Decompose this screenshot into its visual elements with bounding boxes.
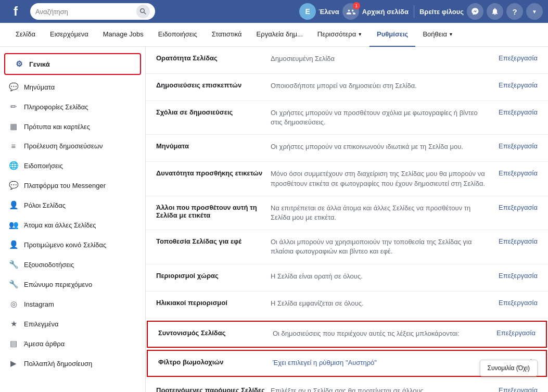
notifications-icon-btn[interactable] (487, 3, 503, 20)
sidebar-item-instagram[interactable]: ◎ Instagram (0, 294, 145, 314)
row-label: Τοποθεσία Σελίδας για εφέ (156, 237, 271, 245)
page-navigation: Σελίδα Εισερχόμενα Manage Jobs Ειδοποιήσ… (0, 23, 548, 47)
avatar: Ε (299, 3, 316, 20)
page-nav-tools[interactable]: Εργαλεία δημ... (249, 23, 310, 47)
sidebar-item-instant[interactable]: ▤ Άμεσα άρθρα (0, 334, 145, 353)
sidebar-item-label: Άμεσα άρθρα (24, 340, 65, 348)
settings-row-comments: Σχόλια σε δημοσιεύσεις Οι χρήστες μπορού… (146, 101, 548, 135)
pencil-icon: ✏ (8, 102, 19, 111)
globe-icon: 🌐 (8, 161, 19, 170)
wrench-icon: 🔧 (8, 260, 19, 269)
user-pill[interactable]: Ε Έλενα (299, 3, 339, 20)
svg-line-1 (144, 12, 146, 15)
top-navigation: f Ε Έλενα 1 Αρχική σελίδα Βρείτε φίλους (0, 0, 548, 23)
row-label: Δημοσιεύσεις επισκεπτών (156, 81, 271, 89)
sidebar-item-multi-post[interactable]: ▶ Πολλαπλή δημοσίευση (0, 353, 145, 373)
row-desc: Επιλέξτε αν η Σελίδα σας θα προτείνεται … (271, 386, 491, 393)
sidebar-item-messages[interactable]: 💬 Μηνύματα (0, 77, 145, 97)
sidebar-item-page-info[interactable]: ✏ Πληροφορίες Σελίδας (0, 97, 145, 117)
play-icon: ▶ (8, 359, 19, 368)
row-edit-btn[interactable]: Επεξεργασία (491, 299, 538, 307)
help-icon-btn[interactable]: ? (506, 3, 523, 20)
row-label: Φίλτρο βωμολοχιών (158, 358, 273, 366)
main-layout: ⚙ Γενικά 💬 Μηνύματα ✏ Πληροφορίες Σελίδα… (0, 47, 548, 392)
search-bar (30, 3, 155, 20)
sidebar-item-label: Ειδοποιήσεις (24, 162, 63, 170)
home-link[interactable]: Αρχική σελίδα (362, 8, 409, 16)
chevron-down-icon: ▼ (532, 9, 537, 15)
sidebar-item-page-roles[interactable]: 👤 Ρόλοι Σελίδας (0, 195, 145, 215)
sidebar-item-label: Πληροφορίες Σελίδας (24, 103, 88, 111)
find-friends-link[interactable]: Βρείτε φίλους (419, 8, 464, 16)
sidebar-item-label: Εξουσιοδοτήσεις (24, 261, 74, 269)
page-nav-inbox[interactable]: Εισερχόμενα (43, 23, 96, 47)
tooltip-text: Συνομιλία (Όχι) (488, 364, 530, 372)
row-edit-btn[interactable]: Επεξεργασία (491, 204, 538, 211)
friends-request-icon[interactable]: 1 (342, 3, 359, 20)
sidebar-item-label: Προέλευση δημοσιεύσεων (24, 142, 103, 150)
page-nav-notifications[interactable]: Ειδοποιήσεις (151, 23, 205, 47)
sidebar-item-templates[interactable]: ▦ Πρότυπα και καρτέλες (0, 117, 145, 136)
row-edit-btn[interactable]: Επεξεργασία (491, 54, 538, 62)
sidebar-item-post-origin[interactable]: ≡ Προέλευση δημοσιεύσεων (0, 136, 145, 156)
article-icon: ▤ (8, 339, 19, 348)
row-desc: Έχει επιλεγεί η ρύθμιση "Αυστηρό" (273, 358, 489, 368)
page-nav-more[interactable]: Περισσότερα ▼ (310, 23, 369, 47)
sidebar-item-label: Ρόλοι Σελίδας (24, 201, 66, 209)
page-nav-stats[interactable]: Στατιστικά (205, 23, 249, 47)
sidebar-item-notifications[interactable]: 🌐 Ειδοποιήσεις (0, 156, 145, 175)
facebook-logo: f (5, 1, 26, 22)
row-edit-btn[interactable]: Επεξεργασία (491, 237, 538, 245)
messenger-icon-btn[interactable] (467, 3, 483, 20)
sidebar-item-featured[interactable]: ★ Επιλεγμένα (0, 314, 145, 334)
search-button[interactable] (136, 5, 150, 18)
search-input[interactable] (35, 8, 133, 16)
page-nav-page[interactable]: Σελίδα (8, 23, 43, 47)
row-desc: Δημοσιευμένη Σελίδα (271, 54, 491, 64)
row-edit-btn[interactable]: Επεξεργασία (491, 272, 538, 280)
sidebar-item-people[interactable]: 👥 Άτομα και άλλες Σελίδες (0, 215, 145, 235)
messenger-icon: 💬 (8, 181, 19, 190)
sidebar-item-label: Άτομα και άλλες Σελίδες (24, 221, 96, 229)
page-nav-help[interactable]: Βοήθεια ▼ (415, 23, 460, 47)
row-label: Ορατότητα Σελίδας (156, 54, 271, 62)
chevron-down-icon: ▼ (449, 32, 453, 37)
divider (414, 5, 414, 18)
row-edit-btn[interactable]: Επεξεργασία (491, 108, 538, 116)
tag-icon: 🔧 (8, 280, 19, 289)
row-label: Δυνατότητα προσθήκης ετικετών (156, 169, 271, 177)
page-nav-settings[interactable]: Ρυθμίσεις (369, 23, 415, 47)
sidebar-item-audience[interactable]: 👤 Προτιμώμενο κοινό Σελίδας (0, 235, 145, 255)
row-edit-btn[interactable]: Επεξεργασία (491, 81, 538, 89)
row-desc: Οποιοσδήποτε μπορεί να δημοσιεύει στη Σε… (271, 81, 491, 91)
chevron-down-btn[interactable]: ▼ (526, 3, 543, 20)
row-label: Ηλικιακοί περιορισμοί (156, 299, 271, 307)
row-label: Περιορισμοί χώρας (156, 272, 271, 280)
row-desc: Οι χρήστες μπορούν να επικοινωνούν ιδιωτ… (271, 142, 491, 151)
row-desc: Οι δημοσιεύσεις που περιέχουν αυτές τις … (273, 329, 489, 338)
sidebar-item-messenger[interactable]: 💬 Πλατφόρμα του Messenger (0, 175, 145, 195)
settings-content: Ορατότητα Σελίδας Δημοσιευμένη Σελίδα Επ… (146, 47, 548, 392)
row-edit-btn[interactable]: Επεξεργασία (491, 142, 538, 150)
row-desc: Οι χρήστες μπορούν να προσθέτουν σχόλια … (271, 108, 491, 127)
sidebar-item-label: Πρότυπα και καρτέλες (24, 123, 90, 131)
search-icon (140, 8, 146, 15)
gear-icon: ⚙ (14, 59, 24, 69)
sidebar-item-auth[interactable]: 🔧 Εξουσιοδοτήσεις (0, 255, 145, 274)
row-desc: Μόνο όσοι συμμετέχουν στη διαχείριση της… (271, 169, 491, 188)
sidebar: ⚙ Γενικά 💬 Μηνύματα ✏ Πληροφορίες Σελίδα… (0, 47, 146, 392)
row-label: Άλλοι που προσθέτουν αυτή τη Σελίδα με ε… (156, 204, 271, 219)
row-label: Σχόλια σε δημοσιεύσεις (156, 108, 271, 116)
settings-row-similar-pages: Προτεινόμενες παρόμοιες Σελίδες Επιλέξτε… (146, 379, 548, 393)
user-name: Έλενα (318, 8, 339, 16)
page-nav-jobs[interactable]: Manage Jobs (96, 23, 151, 47)
person-target-icon: 👤 (8, 240, 19, 249)
row-edit-btn[interactable]: Επεξεργασία (491, 386, 538, 393)
row-edit-btn[interactable]: Επεξεργασία (489, 329, 536, 337)
sidebar-item-general[interactable]: ⚙ Γενικά (5, 54, 140, 74)
row-edit-btn[interactable]: Επεξεργασία (491, 169, 538, 177)
friends-badge: 1 (353, 2, 360, 9)
settings-row-visitor-posts: Δημοσιεύσεις επισκεπτών Οποιοσδήποτε μπο… (146, 74, 548, 101)
sidebar-item-branded[interactable]: 🔧 Επώνυμο περιεχόμενο (0, 274, 145, 294)
row-desc: Η Σελίδα εμφανίζεται σε όλους. (271, 299, 491, 308)
